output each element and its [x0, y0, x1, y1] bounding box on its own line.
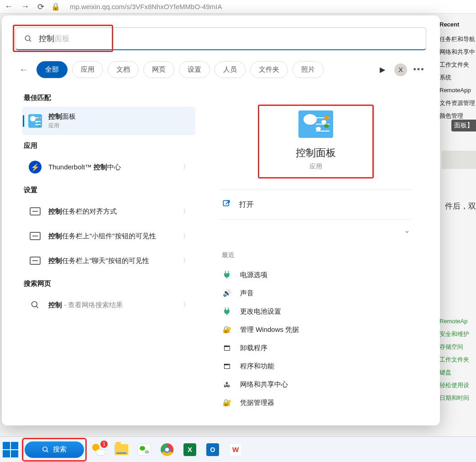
outlook-icon: O: [206, 443, 219, 456]
power-icon: [222, 270, 232, 280]
result-widgets-visibility[interactable]: 控制任务栏上"小组件"按钮的可见性 〉: [22, 224, 195, 248]
section-web: 搜索网页: [24, 279, 195, 288]
chrome-icon: [161, 443, 173, 456]
result-title: 控制任务栏上"小组件"按钮的可见性: [48, 232, 177, 241]
tab-settings[interactable]: 设置: [179, 61, 210, 78]
wechat-icon: [137, 444, 151, 456]
preview-subtitle: 应用: [296, 163, 336, 171]
recent-header: 最近: [222, 251, 420, 259]
search-icon: [31, 300, 40, 310]
back-icon[interactable]: ←: [5, 2, 13, 12]
taskbar-weather[interactable]: 1: [90, 441, 107, 458]
recent-cred-manager[interactable]: 🔐凭据管理器: [212, 394, 420, 412]
chevron-right-icon: 〉: [183, 257, 189, 265]
safe-icon: 🔐: [222, 325, 232, 335]
lock-icon: 🔒: [51, 2, 60, 11]
svg-line-1: [29, 40, 31, 42]
result-control-panel[interactable]: 控制面板 应用: [22, 107, 195, 135]
control-panel-icon: [28, 114, 42, 128]
result-title: 控制 - 查看网络搜索结果: [48, 301, 177, 310]
start-button[interactable]: [3, 442, 18, 457]
recent-network[interactable]: 🖧网络和共享中心: [212, 375, 420, 394]
filter-tabs: ← 全部 应用 文档 网页 设置 人员 文件夹 照片 ▶ X •••: [16, 61, 426, 78]
section-settings: 设置: [24, 186, 195, 194]
section-apps: 应用: [24, 142, 195, 150]
reload-icon[interactable]: ⟳: [37, 2, 44, 12]
section-best-match: 最佳匹配: [24, 94, 195, 102]
background-recent-list: Recent 任务栏和导航 网络和共享中 工作文件夹 系统 RemoteApp …: [439, 14, 476, 122]
browser-toolbar: ← → ⟳ 🔒 mp.weixin.qq.com/s/3VFx8NhxOYfeM…: [0, 0, 476, 14]
tab-apps[interactable]: 应用: [72, 61, 103, 78]
chevron-down-icon[interactable]: ⌄: [394, 220, 420, 241]
background-tooltip: 面板】: [451, 120, 476, 131]
result-taskbar-align[interactable]: 控制任务栏的对齐方式 〉: [22, 199, 195, 224]
chevron-right-icon: 〉: [183, 207, 189, 215]
tab-photos[interactable]: 照片: [293, 61, 324, 78]
programs-icon: 🗔: [222, 361, 232, 371]
tab-folders[interactable]: 文件夹: [250, 61, 288, 78]
chevron-right-icon: 〉: [183, 232, 189, 240]
search-input[interactable]: 控制面板: [16, 27, 426, 50]
svg-line-6: [47, 451, 48, 452]
result-title: 控制任务栏的对齐方式: [48, 207, 177, 216]
search-icon: [24, 35, 32, 43]
tab-documents[interactable]: 文档: [108, 61, 139, 78]
svg-rect-4: [223, 200, 229, 206]
forward-icon[interactable]: →: [21, 2, 29, 12]
programs-icon: 🗔: [222, 343, 232, 353]
taskbar-chrome[interactable]: [159, 441, 175, 458]
taskbar-search-button[interactable]: 搜索: [25, 441, 84, 458]
taskbar-explorer[interactable]: [113, 441, 130, 458]
tab-all[interactable]: 全部: [37, 61, 68, 78]
taskbar-excel[interactable]: X: [182, 441, 198, 458]
recent-battery[interactable]: 更改电池设置: [212, 302, 420, 320]
taskbar-wps[interactable]: W: [227, 441, 244, 458]
result-thunderbolt[interactable]: ⚡ Thunderbolt™ 控制中心 〉: [22, 155, 195, 179]
svg-line-3: [37, 306, 38, 308]
preview-pane: 控制面板 应用 打开 ⌄ 最近 电源选项 🔊声音 更改电池设置 🔐管理: [212, 87, 420, 425]
tab-web[interactable]: 网页: [143, 61, 174, 78]
search-icon: [42, 446, 49, 453]
address-bar[interactable]: mp.weixin.qq.com/s/3VFx8NhxOYfeMMbO-49mI…: [70, 3, 222, 10]
tab-people[interactable]: 人员: [214, 61, 246, 78]
safe-icon: 🔐: [222, 398, 232, 408]
display-icon: [30, 232, 41, 240]
open-label: 打开: [239, 200, 254, 210]
open-action[interactable]: 打开: [212, 190, 420, 219]
display-icon: [30, 207, 41, 215]
background-box: [442, 151, 476, 169]
thunderbolt-icon: ⚡: [29, 161, 42, 173]
svg-point-0: [25, 36, 30, 41]
back-button[interactable]: ←: [16, 64, 32, 75]
folder-icon: [115, 444, 128, 455]
chevron-right-icon: 〉: [183, 163, 189, 171]
speaker-icon: 🔊: [222, 288, 232, 298]
play-icon[interactable]: ▶: [375, 63, 390, 77]
open-icon: [222, 199, 231, 210]
svg-point-5: [43, 447, 47, 451]
search-flyout: 控制面板 ← 全部 应用 文档 网页 设置 人员 文件夹 照片 ▶ X ••• …: [2, 16, 440, 425]
network-icon: 🖧: [222, 379, 232, 389]
excel-icon: X: [183, 443, 196, 456]
preview-title: 控制面板: [296, 146, 336, 160]
notification-badge: 1: [100, 441, 108, 448]
taskbar-outlook[interactable]: O: [204, 441, 221, 458]
recent-programs[interactable]: 🗔程序和功能: [212, 357, 420, 375]
taskbar: 搜索 1 X O W: [0, 436, 476, 462]
result-chat-visibility[interactable]: 控制任务栏上"聊天"按钮的可见性 〉: [22, 248, 195, 273]
display-icon: [30, 257, 41, 265]
recent-power-options[interactable]: 电源选项: [212, 266, 420, 284]
background-link-list: RemoteAp 安全和维护 存储空间 工作文件夹 键盘 轻松使用设 日期和时间: [439, 310, 476, 404]
taskbar-wechat[interactable]: [136, 441, 152, 458]
user-avatar[interactable]: X: [394, 63, 407, 76]
result-web-search[interactable]: 控制 - 查看网络搜索结果 〉: [22, 293, 195, 317]
background-text: 件后，双: [445, 201, 476, 211]
recent-uninstall[interactable]: 🗔卸载程序: [212, 339, 420, 357]
recent-credentials[interactable]: 🔐管理 Windows 凭据: [212, 320, 420, 339]
more-icon[interactable]: •••: [412, 63, 426, 77]
battery-icon: [222, 306, 232, 316]
svg-point-2: [32, 302, 37, 307]
control-panel-icon: [298, 110, 333, 138]
recent-sound[interactable]: 🔊声音: [212, 284, 420, 302]
result-title: 控制面板: [48, 112, 189, 121]
